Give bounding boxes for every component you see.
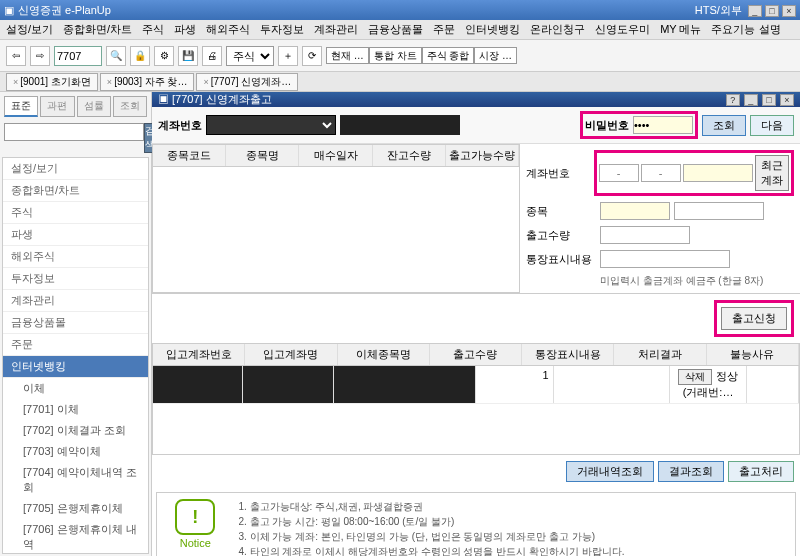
action-button[interactable]: 결과조회 — [658, 461, 724, 482]
sidebar-tab[interactable]: 표준 — [4, 96, 38, 117]
action-button[interactable]: 출고처리 — [728, 461, 794, 482]
sidebar-sub-item[interactable]: [7702] 이체결과 조회 — [3, 420, 148, 441]
request-button[interactable]: 출고신청 — [721, 307, 787, 330]
menu-item[interactable]: 주요기능 설명 — [711, 22, 780, 37]
menu-item[interactable]: MY 메뉴 — [660, 22, 701, 37]
column-header[interactable]: 처리결과 — [614, 344, 706, 365]
menu-item[interactable]: 파생 — [174, 22, 196, 37]
sidebar-sub-item[interactable]: [7704] 예약이체내역 조회 — [3, 462, 148, 498]
column-header[interactable]: 종목명 — [226, 145, 299, 166]
sidebar-item[interactable]: 금융상품몰 — [3, 312, 148, 334]
panel-max-icon[interactable]: □ — [762, 94, 776, 106]
sidebar-item[interactable]: 주식 — [3, 202, 148, 224]
panel-close-icon[interactable]: × — [780, 94, 794, 106]
save-icon[interactable]: 💾 — [178, 46, 198, 66]
nav-fwd-icon[interactable]: ⇨ — [30, 46, 50, 66]
query-button[interactable]: 조회 — [702, 115, 746, 136]
result-grid: 입고계좌번호입고계좌명이체종목명출고수량통장표시내용처리결과불능사유 1 삭제 … — [152, 343, 800, 455]
menu-item[interactable]: 금융상품몰 — [368, 22, 423, 37]
tab-close-icon[interactable]: × — [13, 77, 18, 87]
sidebar-tab[interactable]: 조회 — [113, 96, 147, 117]
window-tab[interactable]: ×[7707] 신영계좌… — [196, 73, 298, 91]
holdings-grid: 종목코드종목명매수일자잔고수량출고가능수량 — [152, 144, 520, 293]
print-icon[interactable]: 🖨 — [202, 46, 222, 66]
toolbar-tab[interactable]: 주식 종합 — [422, 47, 475, 64]
panel-min-icon[interactable]: _ — [744, 94, 758, 106]
gear-icon[interactable]: ⚙ — [154, 46, 174, 66]
sidebar-search-input[interactable] — [4, 123, 144, 141]
column-header[interactable]: 통장표시내용 — [522, 344, 614, 365]
item-name-input[interactable] — [674, 202, 764, 220]
acct-part3[interactable] — [683, 164, 753, 182]
menu-item[interactable]: 계좌관리 — [314, 22, 358, 37]
sidebar-item[interactable]: 파생 — [3, 224, 148, 246]
row-disp — [554, 366, 670, 403]
toolbar-tab[interactable]: 현재 … — [326, 47, 369, 64]
menu-item[interactable]: 인터넷뱅킹 — [465, 22, 520, 37]
next-button[interactable]: 다음 — [750, 115, 794, 136]
menu-item[interactable]: 온라인청구 — [530, 22, 585, 37]
sidebar-sub-item[interactable]: [7701] 이체 — [3, 399, 148, 420]
password-input[interactable] — [633, 116, 693, 134]
column-header[interactable]: 불능사유 — [707, 344, 799, 365]
sidebar-item[interactable]: 계좌관리 — [3, 290, 148, 312]
minimize-icon[interactable]: _ — [748, 5, 762, 17]
action-button[interactable]: 거래내역조회 — [566, 461, 654, 482]
toolbar-tab[interactable]: 통합 차트 — [369, 47, 422, 64]
tab-close-icon[interactable]: × — [203, 77, 208, 87]
column-header[interactable]: 입고계좌명 — [245, 344, 337, 365]
sidebar-sub-item[interactable]: [7706] 은행제휴이체 내역 — [3, 519, 148, 554]
window-tab[interactable]: ×[9003] 자주 찾… — [100, 73, 195, 91]
close-icon[interactable]: × — [782, 5, 796, 17]
target-account-highlight: 최근계좌 — [594, 150, 795, 196]
sidebar-item[interactable]: 주문 — [3, 334, 148, 356]
sidebar-item-selected[interactable]: 인터넷뱅킹 — [3, 356, 148, 378]
qty-input[interactable] — [600, 226, 690, 244]
column-header[interactable]: 매수일자 — [299, 145, 372, 166]
sidebar-item[interactable]: 종합화면/차트 — [3, 180, 148, 202]
tab-close-icon[interactable]: × — [107, 77, 112, 87]
menu-item[interactable]: 주문 — [433, 22, 455, 37]
menubar: 설정/보기종합화면/차트주식파생해외주식투자정보계좌관리금융상품몰주문인터넷뱅킹… — [0, 20, 800, 40]
menu-item[interactable]: 해외주식 — [206, 22, 250, 37]
market-select[interactable]: 주식 — [226, 46, 274, 66]
delete-button[interactable]: 삭제 — [678, 369, 712, 385]
lock-icon[interactable]: 🔒 — [130, 46, 150, 66]
window-tab[interactable]: ×[9001] 초기화면 — [6, 73, 98, 91]
screen-code-input[interactable] — [54, 46, 102, 66]
item-input[interactable] — [600, 202, 670, 220]
sidebar-item[interactable]: 설정/보기 — [3, 158, 148, 180]
maximize-icon[interactable]: □ — [765, 5, 779, 17]
holdings-grid-body[interactable] — [153, 167, 519, 287]
disp-input[interactable] — [600, 250, 730, 268]
acct-part1[interactable] — [599, 164, 639, 182]
menu-item[interactable]: 주식 — [142, 22, 164, 37]
menu-item[interactable]: 종합화면/차트 — [63, 22, 132, 37]
column-header[interactable]: 출고가능수량 — [446, 145, 519, 166]
sidebar-sub-item[interactable]: [7703] 예약이체 — [3, 441, 148, 462]
recent-account-button[interactable]: 최근계좌 — [755, 155, 790, 191]
column-header[interactable]: 입고계좌번호 — [153, 344, 245, 365]
sidebar-sub-item[interactable]: [7705] 은행제휴이체 — [3, 498, 148, 519]
sidebar-sub-item[interactable]: 이체 — [3, 378, 148, 399]
plus-icon[interactable]: ＋ — [278, 46, 298, 66]
column-header[interactable]: 잔고수량 — [373, 145, 446, 166]
column-header[interactable]: 출고수량 — [430, 344, 522, 365]
panel-help-icon[interactable]: ? — [726, 94, 740, 106]
menu-item[interactable]: 신영도우미 — [595, 22, 650, 37]
column-header[interactable]: 종목코드 — [153, 145, 226, 166]
sidebar-item[interactable]: 해외주식 — [3, 246, 148, 268]
search-icon[interactable]: 🔍 — [106, 46, 126, 66]
sidebar-item[interactable]: 투자정보 — [3, 268, 148, 290]
toolbar-tab[interactable]: 시장 … — [474, 47, 517, 64]
menu-item[interactable]: 투자정보 — [260, 22, 304, 37]
account-select[interactable] — [206, 115, 336, 135]
sidebar-tab[interactable]: 섬률 — [77, 96, 111, 117]
window-controls: _ □ × — [748, 4, 796, 17]
menu-item[interactable]: 설정/보기 — [6, 22, 53, 37]
column-header[interactable]: 이체종목명 — [338, 344, 430, 365]
refresh-icon[interactable]: ⟳ — [302, 46, 322, 66]
acct-part2[interactable] — [641, 164, 681, 182]
nav-back-icon[interactable]: ⇦ — [6, 46, 26, 66]
sidebar-tab[interactable]: 과편 — [40, 96, 74, 117]
